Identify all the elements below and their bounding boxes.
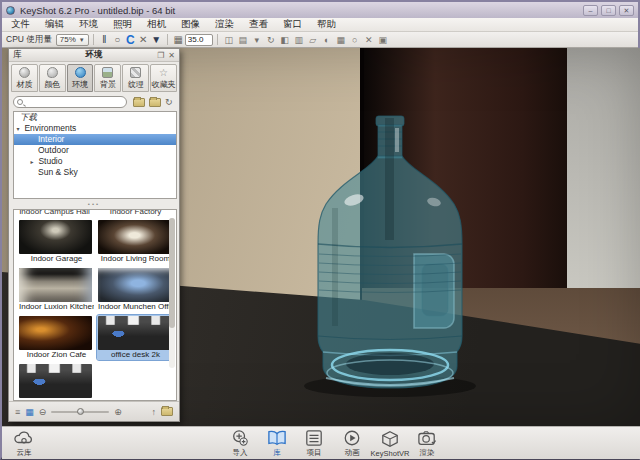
dock-render-button[interactable]: 渲染 [407,428,447,459]
tab-texture[interactable]: 纹理 [122,64,149,92]
tab-material[interactable]: 材质 [11,64,38,92]
maximize-button[interactable]: □ [601,5,616,16]
thumb-office-desk-2k-selected[interactable]: office desk 2k [97,315,174,360]
pause-icon[interactable]: ‖ [98,33,111,47]
dock-project-button[interactable]: 项目 [294,428,334,459]
thumbnail-scrollbar[interactable] [169,218,175,368]
tree-item-sun-sky[interactable]: Sun & Sky [14,167,176,178]
menu-file[interactable]: 文件 [11,18,30,31]
thumbnail-image [98,220,171,254]
cpu-usage-label: CPU 使用量 [6,34,52,46]
zoom-out-icon[interactable]: ⊖ [39,407,47,417]
undo-icon[interactable]: ↻ [264,35,278,45]
grid-icon: ▦ [172,33,185,47]
color-drop-icon [47,67,58,78]
close-button[interactable]: ✕ [619,5,634,16]
star-icon: ☆ [159,67,168,78]
panel-close-icon[interactable]: ✕ [168,51,175,60]
dock-import-button[interactable]: 导入 [220,428,260,459]
library-search-row: ↻ [13,95,177,109]
material-ball-icon[interactable]: ◐ [320,35,334,45]
tab-color[interactable]: 颜色 [39,64,66,92]
environment-tree: 下载 ▾ Environments Interior Outdoor ▸ Stu… [13,111,177,199]
clipped-thumb-labels: Indoor Campus Hall Indoor Factory [14,210,176,217]
tree-group-environments[interactable]: ▾ Environments [14,123,176,134]
tab-favorites[interactable]: ☆ 收藏夹 [150,64,177,92]
library-footer: ≡ ▦ ⊖ ⊕ ↑ [9,401,179,421]
thumbnail-image [98,268,171,302]
grid-view-icon[interactable]: ▦ [25,407,34,417]
panel-splitter[interactable]: ••• [9,201,179,209]
thumb-indoor-zion-cafe[interactable]: Indoor Zion Cafe [18,315,95,360]
menu-image[interactable]: 图像 [181,18,200,31]
screenshot-icon[interactable]: ◫ [222,35,236,45]
chevron-down-icon: ▼ [79,37,85,43]
menu-camera[interactable]: 相机 [147,18,166,31]
camera-preset-icon[interactable]: ▥ [292,35,306,45]
menu-render[interactable]: 渲染 [215,18,234,31]
realtime-render-icon[interactable]: C [124,33,137,47]
undock-icon[interactable]: ❐ [157,51,164,60]
view-preset-icon[interactable]: ▱ [306,35,320,45]
slider-knob[interactable] [77,408,84,415]
window-title: KeyShot 6.2 Pro - untitled.bip - 64 bit [20,5,175,16]
menu-lighting[interactable]: 照明 [113,18,132,31]
paste-dropdown-icon[interactable]: ▾ [250,35,264,45]
lock-icon[interactable]: ◧ [278,35,292,45]
geometry-icon[interactable]: ✕ [362,35,376,45]
thumbnail-image [98,316,171,350]
thumbnail-image [19,364,92,398]
list-view-icon[interactable]: ≡ [15,407,20,417]
project-list-icon [303,429,325,447]
upload-icon[interactable]: ↑ [152,407,157,417]
tab-environment[interactable]: 环境 [67,64,94,92]
material-sphere-icon [19,67,30,78]
library-tabs: 材质 颜色 环境 背景 纹理 ☆ 收藏夹 [11,64,177,92]
circle-tool-icon[interactable]: ○ [348,35,362,45]
refresh-icon[interactable]: ↻ [165,97,173,107]
environment-thumbnails: Indoor Campus Hall Indoor Factory Indoor… [13,209,177,401]
menu-view[interactable]: 查看 [249,18,268,31]
timer-icon[interactable]: ○ [111,33,124,47]
copy-icon[interactable]: ▤ [236,35,250,45]
keyshot-logo-icon [6,6,15,15]
thumb-indoor-living-room[interactable]: Indoor Living Room [97,219,174,264]
image-icon[interactable]: ▣ [376,35,390,45]
add-folder-icon[interactable] [133,98,145,107]
tab-background[interactable]: 背景 [94,64,121,92]
grid-toggle-icon[interactable]: ▦ [334,35,348,45]
menu-environment[interactable]: 环境 [79,18,98,31]
hide-ui-icon[interactable]: ▼ [150,33,163,47]
zoom-in-icon[interactable]: ⊕ [114,407,122,417]
thumb-office-desk-2k[interactable]: office desk 2k [18,363,95,401]
thumb-indoor-luxion-kitchen[interactable]: Indoor Luxion Kitchen [18,267,95,312]
tree-item-outdoor[interactable]: Outdoor [14,145,176,156]
cpu-usage-select[interactable]: 75% ▼ [56,34,89,46]
region-render-icon[interactable]: ✕ [137,33,150,47]
dock-cloud-library-button[interactable]: 云库 [4,428,44,459]
scrollbar-thumb[interactable] [169,218,175,328]
menu-edit[interactable]: 编辑 [45,18,64,31]
thumbnail-image [19,316,92,350]
library-panel-header[interactable]: 库 环境 ❐ ✕ [9,49,179,62]
thumb-indoor-garage[interactable]: Indoor Garage [18,219,95,264]
minimize-button[interactable]: – [583,5,598,16]
app-window: KeyShot 6.2 Pro - untitled.bip - 64 bit … [0,0,640,460]
tree-item-download[interactable]: 下载 [14,112,176,123]
thumbnail-image [19,220,92,254]
menubar: 文件 编辑 环境 照明 相机 图像 渲染 查看 窗口 帮助 [2,18,638,32]
tree-item-interior[interactable]: Interior [14,134,176,145]
menu-window[interactable]: 窗口 [283,18,302,31]
folder-icon[interactable] [161,407,173,416]
thumbnail-size-slider[interactable] [51,411,109,413]
tree-item-studio[interactable]: ▸ Studio [14,156,176,167]
cloud-gear-icon [13,429,35,447]
menu-help[interactable]: 帮助 [317,18,336,31]
import-icon [229,429,251,447]
thumb-indoor-munchen-office[interactable]: Indoor Munchen Office [97,267,174,312]
search-input[interactable] [13,96,127,108]
search-icon [17,99,23,105]
dock-library-button[interactable]: 库 [257,428,297,459]
focal-length-input[interactable] [185,34,213,46]
browse-folder-icon[interactable] [149,98,161,107]
